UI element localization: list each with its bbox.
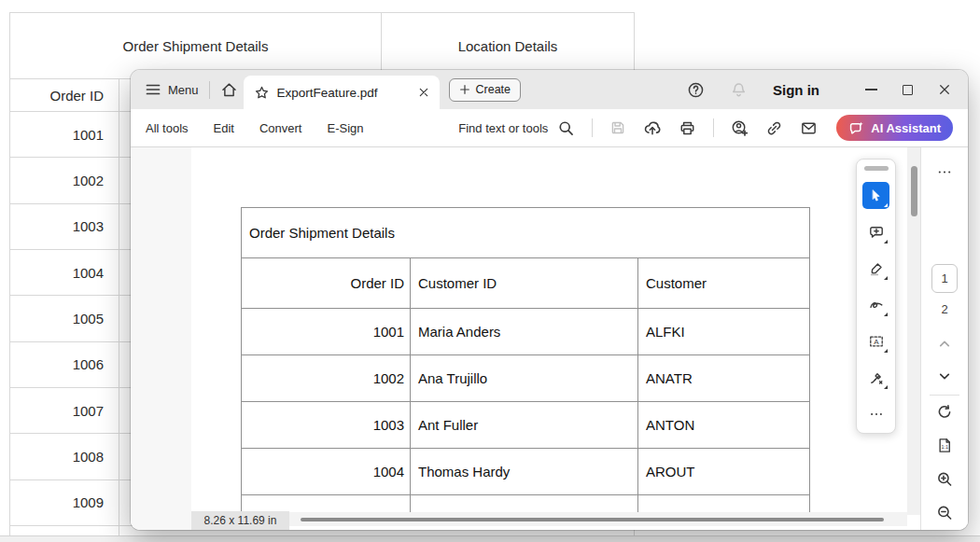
draw-icon — [868, 297, 885, 313]
print-button[interactable] — [679, 119, 696, 137]
bg-column-header-order-id: Order ID — [10, 79, 119, 111]
pdf-cell-customer: ALFKI — [638, 309, 809, 354]
toolbar-divider — [713, 118, 714, 137]
zoom-out-icon — [936, 504, 954, 521]
fill-sign-icon — [868, 369, 885, 386]
next-page-number[interactable]: 2 — [941, 302, 947, 316]
toolbar: All tools Edit Convert E-Sign Find text … — [131, 109, 968, 147]
pdf-table-header-row: Order ID Customer ID Customer — [242, 258, 809, 309]
draw-button[interactable] — [862, 291, 889, 318]
maximize-button[interactable] — [903, 85, 913, 95]
save-icon — [609, 119, 626, 136]
previous-page-button[interactable] — [937, 336, 953, 352]
share-link-button[interactable] — [765, 119, 783, 137]
select-tool-button[interactable] — [862, 182, 889, 209]
svg-text:1:1: 1:1 — [941, 444, 948, 450]
horizontal-scrollbar-thumb[interactable] — [301, 518, 884, 521]
pdf-table-row: 1002 Ana Trujillo ANATR — [242, 355, 809, 402]
hamburger-icon — [146, 83, 161, 96]
close-icon — [418, 87, 429, 98]
pdf-col-order-id: Order ID — [242, 258, 411, 308]
request-signatures-button[interactable] — [731, 119, 749, 137]
add-comment-button[interactable] — [862, 218, 889, 245]
pdf-cell-customer: AROUT — [638, 449, 809, 494]
rail-divider — [930, 395, 959, 396]
highlight-button[interactable] — [862, 255, 889, 282]
link-icon — [765, 119, 783, 137]
bg-order-id-cell: 1008 — [10, 434, 119, 479]
pdf-col-customer: Customer — [638, 258, 809, 308]
pdf-table-row: 1001 Maria Anders ALFKI — [242, 309, 809, 355]
toolbar-menu-item[interactable]: All tools — [146, 121, 189, 135]
actual-size-icon: 1:1 — [936, 437, 954, 454]
toolbar-menu-item[interactable]: Edit — [214, 121, 234, 135]
actual-size-button[interactable]: 1:1 — [936, 437, 954, 454]
notifications-button[interactable] — [730, 81, 748, 99]
star-icon[interactable] — [254, 85, 270, 101]
add-text-box-button[interactable]: A — [862, 327, 889, 354]
email-icon — [800, 119, 818, 137]
vertical-scrollbar-thumb[interactable] — [911, 166, 917, 216]
home-button[interactable] — [220, 81, 238, 99]
share-upload-button[interactable] — [643, 118, 662, 137]
highlight-icon — [868, 260, 885, 277]
document-tab[interactable]: ExportFeature.pdf — [244, 76, 440, 109]
pdf-table-row: 1004 Thomas Hardy AROUT — [242, 449, 809, 495]
pdf-cell-order-id: 1002 — [242, 355, 411, 401]
titlebar: Menu ExportFeature.pdf — [131, 70, 968, 109]
ai-assistant-button[interactable]: AI Assistant — [836, 115, 953, 141]
zoom-in-button[interactable] — [936, 470, 954, 488]
search-button[interactable] — [557, 119, 575, 137]
select-arrow-icon — [868, 188, 884, 203]
minimize-button[interactable] — [865, 89, 877, 90]
create-button[interactable]: Create — [449, 78, 522, 102]
panel-drag-handle[interactable] — [864, 166, 889, 171]
zoom-out-button[interactable] — [936, 504, 954, 521]
pdf-table-title: Order Shipment Details — [249, 225, 395, 241]
screen: Order Shipment Details Location Details … — [0, 0, 980, 542]
pdf-table-row: 1003 Ant Fuller ANTON — [242, 402, 809, 449]
chevron-up-icon — [937, 336, 953, 352]
bg-order-id-cell: 1006 — [10, 342, 119, 387]
bg-order-id-cell: 1003 — [10, 204, 119, 249]
close-window-button[interactable] — [938, 83, 951, 96]
quick-tools-panel: A — [856, 159, 896, 434]
home-icon — [220, 81, 238, 99]
more-options-button[interactable] — [937, 164, 953, 180]
pdf-cell-order-id: 1004 — [242, 449, 411, 494]
toolbar-menu-item[interactable]: Convert — [259, 121, 302, 135]
more-tools-button[interactable] — [862, 400, 889, 427]
vertical-scrollbar[interactable] — [907, 147, 920, 515]
sign-in-button[interactable]: Sign in — [773, 82, 819, 98]
menu-button[interactable]: Menu — [146, 83, 199, 97]
toolbar-divider — [592, 118, 593, 137]
more-icon — [869, 407, 884, 422]
toolbar-menu-item[interactable]: E-Sign — [327, 121, 363, 135]
bg-header-location-details: Location Details — [382, 13, 634, 78]
current-page-indicator[interactable]: 1 — [931, 264, 958, 293]
bg-order-id-cell: 1007 — [10, 388, 119, 433]
more-icon — [937, 164, 953, 180]
chevron-down-icon — [937, 368, 953, 384]
next-page-button[interactable] — [937, 368, 953, 384]
page-bottom-strip — [0, 535, 980, 542]
create-label: Create — [476, 83, 511, 96]
print-icon — [679, 119, 696, 137]
page-size-badge: 8.26 x 11.69 in — [191, 511, 289, 530]
save-button[interactable] — [609, 119, 626, 136]
horizontal-scrollbar[interactable] — [289, 512, 907, 526]
fill-sign-button[interactable] — [862, 364, 889, 391]
request-signature-icon — [731, 119, 749, 137]
pdf-cell-customer-id: Ant Fuller — [411, 402, 638, 448]
find-text-label[interactable]: Find text or tools — [458, 121, 548, 135]
upload-cloud-icon — [643, 118, 662, 137]
rotate-refresh-button[interactable] — [936, 403, 954, 421]
search-icon — [557, 119, 575, 137]
send-email-button[interactable] — [800, 119, 818, 137]
help-button[interactable] — [687, 81, 705, 99]
zoom-in-icon — [936, 470, 954, 488]
tab-close-button[interactable] — [418, 87, 429, 98]
bg-order-id-cell: 1009 — [10, 480, 119, 525]
pdf-cell-customer: ANTON — [638, 402, 809, 448]
pdf-cell-customer-id: Maria Anders — [411, 309, 638, 354]
